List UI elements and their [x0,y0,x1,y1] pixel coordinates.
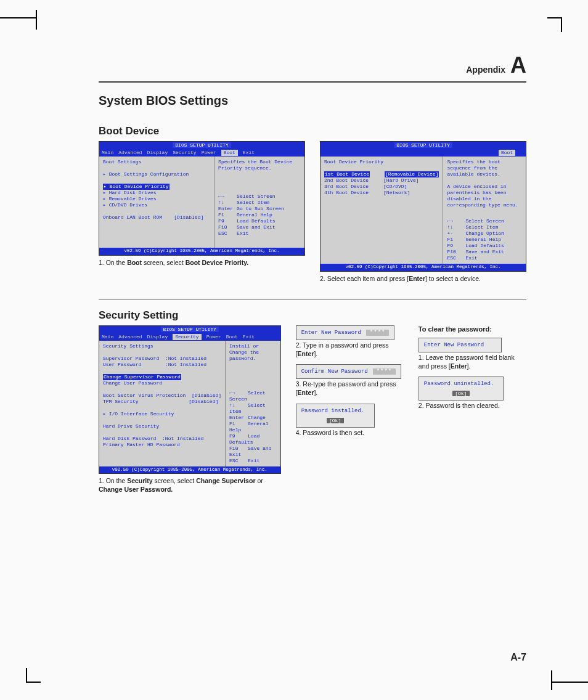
appendix-label: Appendix [466,65,505,75]
page-title: System BIOS Settings [99,94,526,108]
step-4: 4. Password is then set. [296,429,404,437]
crop-mark [0,17,37,32]
dialog-enter-password-blank: Enter New Password [419,338,502,352]
clear-step-1: 1. Leave the password field blank and pr… [419,354,526,370]
boot-screenshot-2: BIOS SETUP UTILITY ..... Boot . Boot Dev… [320,141,526,283]
bios-boot-settings: BIOS SETUP UTILITY Main Advanced Display… [99,141,305,255]
page-content: Appendix A System BIOS Settings Boot Dev… [99,55,526,663]
section-divider [99,299,526,299]
security-screenshot: BIOS SETUP UTILITY Main Advanced Display… [99,325,281,494]
dialog-confirm-password: Confirm New Password**** [296,364,402,379]
boot-caption-2: 2. Select each item and press [Enter] to… [320,274,526,283]
bios-boot-priority: BIOS SETUP UTILITY ..... Boot . Boot Dev… [320,141,526,271]
dialog-enter-password: Enter New Password**** [296,325,395,340]
crop-mark [547,17,562,32]
crop-mark [26,668,41,683]
boot-row: BIOS SETUP UTILITY Main Advanced Display… [99,141,526,283]
page-header: Appendix A [99,55,526,75]
boot-screenshot-1: BIOS SETUP UTILITY Main Advanced Display… [99,141,305,283]
security-caption-1: 1. On the Security screen, select Change… [99,476,281,494]
bios-menubar: Main Advanced Display Security Power Boo… [99,149,304,157]
dialog-password-installed: Password installed. [Ok] [296,404,375,428]
clear-step-2: 2. Password is then cleared. [419,402,526,410]
bios-title: BIOS SETUP UTILITY [173,142,231,148]
dialog-password-uninstalled: Password uninstalled. [Ok] [419,376,504,401]
bios-security: BIOS SETUP UTILITY Main Advanced Display… [99,325,281,474]
step-3: 3. Re-type the password and press [Enter… [296,380,404,397]
crop-mark [551,668,588,683]
header-rule [99,81,526,83]
document-page: Appendix A System BIOS Settings Boot Dev… [0,0,588,700]
clear-heading: To clear the password: [419,325,526,333]
boot-caption-1: 1. On the Boot screen, select Boot Devic… [99,258,305,267]
security-row: BIOS SETUP UTILITY Main Advanced Display… [99,325,526,494]
section-heading-security: Security Setting [99,309,526,322]
bios-nav-help: ←→Select Screen ↑↓Select Item EnterGo to… [218,175,301,237]
password-set-steps: Enter New Password**** 2. Type in a pass… [296,325,404,494]
appendix-letter: A [510,55,526,75]
section-heading-boot: Boot Device [99,125,526,137]
password-clear-steps: To clear the password: Enter New Passwor… [419,325,526,494]
step-2: 2. Type in a password and press [Enter]. [296,341,404,358]
page-number: A-7 [510,652,526,663]
